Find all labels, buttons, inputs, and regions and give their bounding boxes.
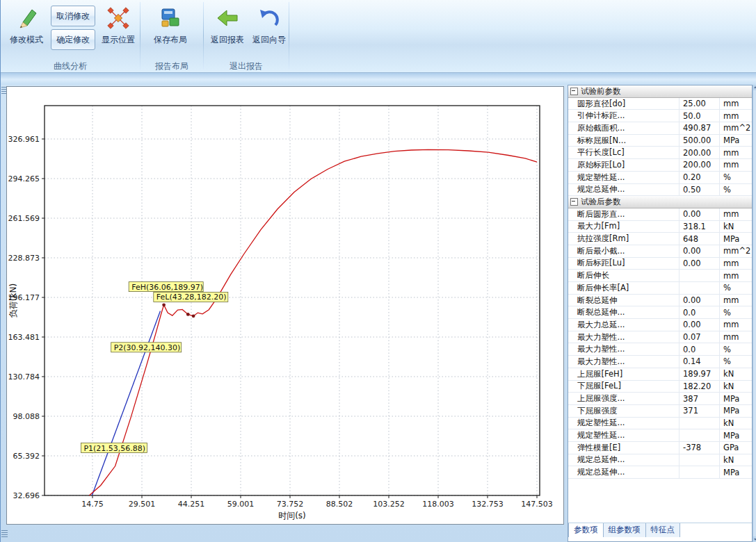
param-value[interactable]: 0.00 — [679, 258, 720, 270]
collapse-icon[interactable] — [570, 198, 578, 206]
scroll-down-icon[interactable] — [753, 536, 756, 542]
y-tick-label: 294.265 — [8, 174, 40, 183]
param-value[interactable]: 387 — [679, 393, 720, 404]
param-label: 下屈服[FeL] — [568, 381, 679, 393]
param-label: 断后标距[Lu] — [568, 258, 679, 270]
param-row[interactable]: 规定塑性延... kN — [568, 418, 752, 430]
section-header-pre-test[interactable]: 试验前参数 — [568, 85, 752, 98]
param-unit: mm — [720, 148, 752, 158]
param-value[interactable]: 0.00 — [679, 319, 720, 331]
param-row[interactable]: 最大力塑性... 0.14 % — [568, 356, 752, 368]
param-row[interactable]: 下屈服[FeL] 182.20 kN — [568, 381, 752, 393]
bottom-panel-grip-icon[interactable] — [1, 530, 8, 539]
y-tick-label: 65.392 — [13, 452, 40, 461]
param-row[interactable]: 最大力塑性... 0.07 mm — [568, 331, 752, 344]
param-value[interactable]: 0.0 — [679, 306, 720, 318]
param-value[interactable]: 0.07 — [679, 331, 720, 343]
param-value[interactable]: 200.00 — [679, 159, 720, 171]
tab-params[interactable]: 参数项 — [568, 523, 604, 537]
param-row[interactable]: 规定总延伸... kN — [568, 454, 752, 467]
param-unit: MPa — [720, 406, 752, 416]
param-value[interactable]: 0.00 — [679, 208, 720, 220]
param-value[interactable]: 0.00 — [679, 295, 720, 306]
param-value[interactable] — [679, 466, 720, 478]
param-row[interactable]: 最大力总延... 0.00 mm — [568, 319, 752, 331]
param-value[interactable]: 200.00 — [679, 147, 720, 158]
param-row[interactable]: 标称屈服[N... 500.00 MPa — [568, 135, 752, 147]
toolbar: 修改模式 取消修改 确定修改 — [1, 0, 756, 73]
vertical-scrollbar[interactable] — [753, 85, 756, 542]
param-value[interactable]: 648 — [679, 233, 720, 245]
back-to-report-button[interactable]: 返回报表 — [208, 2, 247, 61]
param-row[interactable]: 最大力[Fm] 318.1 kN — [568, 221, 752, 233]
param-value[interactable]: 0.14 — [679, 356, 720, 368]
confirm-modify-label: 确定修改 — [56, 34, 90, 46]
show-position-button[interactable]: 显示位置 — [98, 2, 138, 61]
param-row[interactable]: 弹性模量[E] -378 GPa — [568, 442, 752, 454]
confirm-modify-button[interactable]: 确定修改 — [51, 29, 95, 50]
param-unit: % — [720, 185, 752, 195]
y-tick-label: 228.873 — [8, 254, 40, 263]
param-row[interactable]: 上屈服[FeH] 189.97 kN — [568, 368, 752, 381]
param-row[interactable]: 断后伸长率[A] % — [568, 282, 752, 295]
param-row[interactable]: 下屈服强度 371 MPa — [568, 405, 752, 418]
param-row[interactable]: 原始截面积... 490.87 mm^2 — [568, 122, 752, 135]
param-label: 上屈服强度... — [568, 393, 679, 404]
param-row[interactable]: 引伸计标距... 50.0 mm — [568, 110, 752, 122]
scroll-up-icon[interactable] — [753, 85, 756, 90]
param-value[interactable]: 0.00 — [679, 245, 720, 257]
group-label-exit-report: 退出报告 — [204, 60, 289, 70]
param-value[interactable] — [679, 418, 720, 429]
param-value[interactable]: 182.20 — [679, 381, 720, 393]
param-row[interactable]: 断后最小截... 0.00 mm^2 — [568, 245, 752, 258]
cancel-modify-button[interactable]: 取消修改 — [51, 6, 95, 26]
param-row[interactable]: 抗拉强度[Rm] 648 MPa — [568, 233, 752, 245]
param-unit: % — [720, 172, 752, 182]
param-value[interactable]: 0.50 — [679, 184, 720, 196]
back-to-wizard-button[interactable]: 返回向导 — [250, 2, 289, 61]
param-row[interactable]: 断后伸长 mm — [568, 270, 752, 282]
param-value[interactable]: -378 — [679, 442, 720, 454]
save-layout-button[interactable]: 保存布局 — [148, 2, 193, 61]
param-row[interactable]: 断后标距[Lu] 0.00 mm — [568, 258, 752, 270]
param-label: 圆形直径[do] — [568, 98, 679, 110]
param-value[interactable]: 189.97 — [679, 368, 720, 380]
param-row[interactable]: 平行长度[Lc] 200.00 mm — [568, 147, 752, 159]
param-value[interactable] — [679, 282, 720, 294]
param-row[interactable]: 规定总延伸... MPa — [568, 466, 752, 479]
param-value[interactable]: 50.0 — [679, 110, 720, 122]
feature-marker — [162, 303, 166, 306]
tab-feature-points[interactable]: 特征点 — [646, 523, 681, 537]
param-value[interactable]: 25.00 — [679, 98, 720, 110]
param-row[interactable]: 规定总延伸... 0.50 % — [568, 184, 752, 197]
collapse-icon[interactable] — [570, 88, 578, 95]
param-value[interactable]: 318.1 — [679, 221, 720, 233]
annotation-label: FeH(36.06,189.97) — [131, 283, 203, 292]
parameters-panel: 试验前参数 圆形直径[do] 25.00 mm 引伸计标距... 50.0 mm… — [568, 85, 753, 542]
param-value[interactable]: 0.20 — [679, 172, 720, 183]
param-unit: mm — [720, 320, 752, 329]
tab-group-params[interactable]: 组参数项 — [604, 523, 646, 537]
param-row[interactable]: 最大力塑性... 0.0 % — [568, 343, 752, 356]
param-row[interactable]: 上屈服强度... 387 MPa — [568, 393, 752, 405]
param-value[interactable] — [679, 429, 720, 441]
section-header-post-test[interactable]: 试验后参数 — [568, 196, 752, 208]
param-value[interactable]: 0.0 — [679, 343, 720, 355]
report-window: 修改模式 取消修改 确定修改 — [0, 0, 756, 542]
param-value[interactable] — [679, 454, 720, 466]
param-row[interactable]: 断裂总延伸... 0.0 % — [568, 306, 752, 319]
param-row[interactable]: 规定塑性延... MPa — [568, 429, 752, 442]
param-value[interactable]: 371 — [679, 405, 720, 417]
group-separator — [289, 2, 289, 69]
param-row[interactable]: 原始标距[Lo] 200.00 mm — [568, 159, 752, 172]
modify-mode-button[interactable]: 修改模式 — [5, 2, 48, 61]
param-label: 规定塑性延... — [568, 418, 679, 429]
param-row[interactable]: 规定塑性延... 0.20 % — [568, 172, 752, 184]
param-value[interactable] — [679, 270, 720, 281]
param-value[interactable]: 500.00 — [679, 135, 720, 147]
param-row[interactable]: 断后圆形直... 0.00 mm — [568, 208, 752, 221]
param-value[interactable]: 490.87 — [679, 122, 720, 134]
param-row[interactable]: 断裂总延伸 0.00 mm — [568, 295, 752, 307]
param-row[interactable]: 圆形直径[do] 25.00 mm — [568, 98, 752, 110]
y-axis-label: 负荷(kN) — [8, 284, 18, 318]
